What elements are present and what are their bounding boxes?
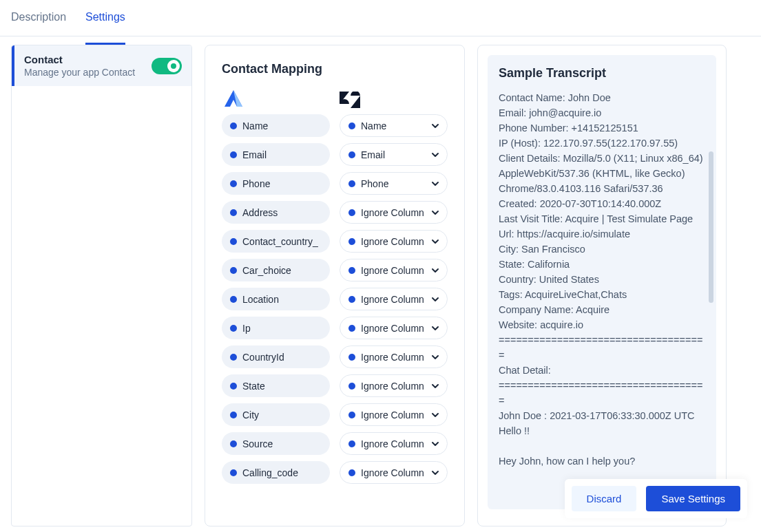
transcript-line: Country: United States (499, 272, 705, 287)
target-field-8[interactable]: Ignore Column (340, 345, 448, 368)
target-field-label: Name (361, 120, 386, 131)
target-field-11[interactable]: Ignore Column (340, 432, 448, 455)
source-field-label: Calling_code (242, 467, 298, 478)
source-field-4: Contact_country_ (222, 230, 330, 253)
source-field-10: City (222, 403, 330, 426)
save-button[interactable]: Save Settings (646, 486, 740, 511)
transcript-line: Last Visit Title: Acquire | Test Simulat… (499, 211, 705, 226)
source-field-label: Location (242, 294, 279, 305)
toggle-knob (167, 60, 180, 72)
chevron-down-icon (430, 121, 440, 131)
contact-mapping-card: Contact Mapping (205, 45, 465, 526)
mapping-title: Contact Mapping (222, 62, 448, 76)
target-field-label: Ignore Column (361, 265, 424, 276)
source-field-label: City (242, 409, 259, 421)
dot-icon (348, 123, 355, 129)
main-content: Contact Manage your app Contact Contact … (0, 36, 761, 526)
target-field-label: Email (361, 149, 385, 160)
target-field-label: Ignore Column (361, 381, 424, 392)
dot-icon (348, 209, 355, 216)
transcript-line: Hello !! (499, 423, 705, 438)
dot-icon (230, 354, 237, 361)
discard-button[interactable]: Discard (572, 486, 637, 511)
dot-icon (348, 325, 355, 332)
dot-icon (230, 440, 237, 447)
target-field-1[interactable]: Email (340, 143, 448, 166)
dot-icon (230, 180, 237, 187)
chevron-down-icon (430, 323, 440, 333)
contact-toggle[interactable] (152, 58, 182, 74)
source-field-label: Email (242, 149, 267, 160)
sidebar-item-subtitle: Manage your app Contact (24, 67, 135, 78)
chevron-down-icon (430, 381, 440, 391)
zendesk-icon (340, 89, 448, 108)
chevron-down-icon (430, 410, 440, 420)
transcript-line: City: San Francisco (499, 242, 705, 257)
transcript-line: ==================================== (499, 332, 705, 363)
target-field-7[interactable]: Ignore Column (340, 317, 448, 339)
dot-icon (230, 209, 237, 216)
dot-icon (230, 296, 237, 303)
transcript-line: Company Name: Acquire (499, 302, 705, 317)
target-field-label: Ignore Column (361, 236, 424, 247)
sidebar-item-text: Contact Manage your app Contact (24, 54, 135, 78)
dot-icon (348, 267, 355, 274)
transcript-line: State: California (499, 257, 705, 272)
transcript-line: John Doe : 2021-03-17T06:33:30.000Z UTC (499, 408, 705, 423)
source-field-8: CountryId (222, 345, 330, 368)
sidebar: Contact Manage your app Contact (11, 45, 192, 526)
target-field-label: Ignore Column (361, 207, 424, 218)
chevron-down-icon (430, 179, 440, 189)
target-field-2[interactable]: Phone (340, 172, 448, 195)
chevron-down-icon (430, 468, 440, 478)
dot-icon (348, 383, 355, 390)
acquire-icon (222, 89, 330, 108)
dot-icon (348, 354, 355, 361)
transcript-line: Created: 2020-07-30T10:14:40.000Z (499, 196, 705, 211)
target-field-5[interactable]: Ignore Column (340, 259, 448, 281)
transcript-line: Contact Name: John Doe (499, 90, 705, 105)
source-field-label: Source (242, 438, 273, 449)
target-field-4[interactable]: Ignore Column (340, 230, 448, 253)
source-field-2: Phone (222, 172, 330, 195)
sidebar-item-title: Contact (24, 54, 135, 65)
dot-icon (348, 238, 355, 245)
dot-icon (348, 180, 355, 187)
dot-icon (230, 412, 237, 418)
dot-icon (348, 469, 355, 476)
target-field-10[interactable]: Ignore Column (340, 403, 448, 426)
target-field-9[interactable]: Ignore Column (340, 374, 448, 397)
chevron-down-icon (430, 150, 440, 160)
transcript-line (499, 438, 705, 454)
target-field-3[interactable]: Ignore Column (340, 201, 448, 224)
tab-settings[interactable]: Settings (85, 1, 125, 35)
transcript-line: Client Details: Mozilla/5.0 (X11; Linux … (499, 151, 705, 196)
save-button-label: Save Settings (661, 493, 725, 504)
dot-icon (230, 238, 237, 245)
target-field-label: Ignore Column (361, 409, 424, 421)
target-field-label: Phone (361, 178, 388, 189)
source-field-7: Ip (222, 317, 330, 339)
target-field-6[interactable]: Ignore Column (340, 288, 448, 310)
discard-button-label: Discard (587, 493, 622, 504)
tab-description[interactable]: Description (11, 1, 66, 35)
target-field-0[interactable]: Name (340, 114, 448, 137)
chevron-down-icon (430, 439, 440, 449)
dot-icon (230, 267, 237, 274)
transcript-line: Phone Number: +14152125151 (499, 120, 705, 136)
transcript-scrollbar[interactable] (709, 151, 713, 303)
target-field-label: Ignore Column (361, 294, 424, 305)
source-field-6: Location (222, 288, 330, 310)
dot-icon (348, 151, 355, 158)
transcript-panel: Sample Transcript Contact Name: John Doe… (488, 55, 716, 509)
chevron-down-icon (430, 295, 440, 304)
dot-icon (348, 440, 355, 447)
source-field-1: Email (222, 143, 330, 166)
transcript-line: Website: acquire.io (499, 317, 705, 332)
dot-icon (230, 325, 237, 332)
target-field-label: Ignore Column (361, 323, 424, 334)
footer-buttons: Discard Save Settings (565, 479, 747, 518)
tab-settings-label: Settings (85, 11, 125, 23)
target-field-12[interactable]: Ignore Column (340, 461, 448, 484)
sidebar-item-contact[interactable]: Contact Manage your app Contact (12, 45, 191, 86)
